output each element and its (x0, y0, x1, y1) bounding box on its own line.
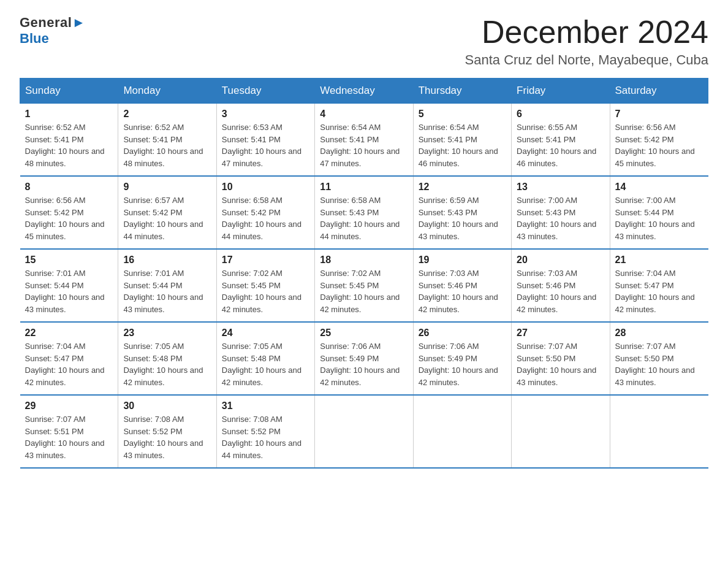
day-info: Sunrise: 6:54 AMSunset: 5:41 PMDaylight:… (320, 121, 408, 169)
calendar-cell: 7Sunrise: 6:56 AMSunset: 5:42 PMDaylight… (610, 104, 708, 177)
day-number: 22 (25, 327, 113, 339)
day-number: 20 (517, 255, 604, 266)
day-info: Sunrise: 6:58 AMSunset: 5:43 PMDaylight:… (320, 194, 408, 242)
calendar-cell (315, 395, 413, 468)
calendar-cell: 2Sunrise: 6:52 AMSunset: 5:41 PMDaylight… (118, 104, 216, 177)
col-sunday: Sunday (20, 79, 118, 104)
day-info: Sunrise: 7:00 AMSunset: 5:43 PMDaylight:… (517, 194, 604, 242)
logo-blue: Blue (20, 31, 49, 47)
day-number: 26 (419, 327, 506, 339)
day-info: Sunrise: 6:52 AMSunset: 5:41 PMDaylight:… (25, 121, 113, 169)
day-number: 17 (222, 255, 309, 266)
day-info: Sunrise: 7:04 AMSunset: 5:47 PMDaylight:… (25, 340, 113, 388)
logo-general: General (20, 15, 72, 30)
day-info: Sunrise: 7:07 AMSunset: 5:50 PMDaylight:… (517, 340, 604, 388)
calendar-cell: 18Sunrise: 7:02 AMSunset: 5:45 PMDayligh… (315, 249, 413, 322)
month-title: December 2024 (465, 15, 708, 50)
calendar-cell: 3Sunrise: 6:53 AMSunset: 5:41 PMDaylight… (216, 104, 314, 177)
calendar-cell: 25Sunrise: 7:06 AMSunset: 5:49 PMDayligh… (315, 322, 413, 395)
calendar-cell: 6Sunrise: 6:55 AMSunset: 5:41 PMDaylight… (512, 104, 610, 177)
day-info: Sunrise: 7:08 AMSunset: 5:52 PMDaylight:… (222, 413, 309, 461)
day-number: 10 (222, 182, 309, 193)
calendar-cell: 14Sunrise: 7:00 AMSunset: 5:44 PMDayligh… (610, 176, 708, 249)
day-number: 15 (25, 255, 113, 266)
calendar-cell: 20Sunrise: 7:03 AMSunset: 5:46 PMDayligh… (512, 249, 610, 322)
calendar-cell: 30Sunrise: 7:08 AMSunset: 5:52 PMDayligh… (118, 395, 216, 468)
day-info: Sunrise: 7:07 AMSunset: 5:51 PMDaylight:… (25, 413, 113, 461)
day-info: Sunrise: 6:59 AMSunset: 5:43 PMDaylight:… (419, 194, 506, 242)
day-info: Sunrise: 6:52 AMSunset: 5:41 PMDaylight:… (123, 121, 211, 169)
page-header: General► Blue December 2024 Santa Cruz d… (20, 15, 708, 68)
calendar-cell: 13Sunrise: 7:00 AMSunset: 5:43 PMDayligh… (512, 176, 610, 249)
day-info: Sunrise: 7:03 AMSunset: 5:46 PMDaylight:… (419, 267, 506, 315)
calendar-cell: 28Sunrise: 7:07 AMSunset: 5:50 PMDayligh… (610, 322, 708, 395)
calendar-cell: 21Sunrise: 7:04 AMSunset: 5:47 PMDayligh… (610, 249, 708, 322)
day-number: 18 (320, 255, 408, 266)
day-info: Sunrise: 6:58 AMSunset: 5:42 PMDaylight:… (222, 194, 309, 242)
day-info: Sunrise: 7:01 AMSunset: 5:44 PMDaylight:… (25, 267, 113, 315)
col-thursday: Thursday (413, 79, 511, 104)
week-row-2: 8Sunrise: 6:56 AMSunset: 5:42 PMDaylight… (20, 176, 708, 249)
calendar-table: Sunday Monday Tuesday Wednesday Thursday… (20, 78, 708, 469)
day-number: 13 (517, 182, 604, 193)
day-number: 4 (320, 109, 408, 120)
calendar-cell: 31Sunrise: 7:08 AMSunset: 5:52 PMDayligh… (216, 395, 314, 468)
day-info: Sunrise: 7:00 AMSunset: 5:44 PMDaylight:… (615, 194, 703, 242)
calendar-cell (413, 395, 511, 468)
day-number: 3 (222, 109, 309, 120)
calendar-cell: 4Sunrise: 6:54 AMSunset: 5:41 PMDaylight… (315, 104, 413, 177)
day-number: 25 (320, 327, 408, 339)
day-info: Sunrise: 6:57 AMSunset: 5:42 PMDaylight:… (123, 194, 211, 242)
calendar-header-row: Sunday Monday Tuesday Wednesday Thursday… (20, 79, 708, 104)
day-number: 12 (419, 182, 506, 193)
day-info: Sunrise: 6:53 AMSunset: 5:41 PMDaylight:… (222, 121, 309, 169)
col-wednesday: Wednesday (315, 79, 413, 104)
calendar-cell: 22Sunrise: 7:04 AMSunset: 5:47 PMDayligh… (20, 322, 118, 395)
col-saturday: Saturday (610, 79, 708, 104)
day-number: 8 (25, 182, 113, 193)
day-number: 11 (320, 182, 408, 193)
week-row-1: 1Sunrise: 6:52 AMSunset: 5:41 PMDaylight… (20, 104, 708, 177)
calendar-cell: 17Sunrise: 7:02 AMSunset: 5:45 PMDayligh… (216, 249, 314, 322)
calendar-cell: 16Sunrise: 7:01 AMSunset: 5:44 PMDayligh… (118, 249, 216, 322)
day-number: 5 (419, 109, 506, 120)
day-number: 6 (517, 109, 604, 120)
calendar-cell: 1Sunrise: 6:52 AMSunset: 5:41 PMDaylight… (20, 104, 118, 177)
col-tuesday: Tuesday (216, 79, 314, 104)
calendar-cell: 11Sunrise: 6:58 AMSunset: 5:43 PMDayligh… (315, 176, 413, 249)
title-section: December 2024 Santa Cruz del Norte, Maya… (465, 15, 708, 68)
calendar-cell: 8Sunrise: 6:56 AMSunset: 5:42 PMDaylight… (20, 176, 118, 249)
week-row-5: 29Sunrise: 7:07 AMSunset: 5:51 PMDayligh… (20, 395, 708, 468)
day-number: 30 (123, 400, 211, 412)
calendar-cell: 26Sunrise: 7:06 AMSunset: 5:49 PMDayligh… (413, 322, 511, 395)
day-info: Sunrise: 7:05 AMSunset: 5:48 PMDaylight:… (123, 340, 211, 388)
calendar-cell (610, 395, 708, 468)
calendar-cell: 10Sunrise: 6:58 AMSunset: 5:42 PMDayligh… (216, 176, 314, 249)
day-info: Sunrise: 7:01 AMSunset: 5:44 PMDaylight:… (123, 267, 211, 315)
day-number: 24 (222, 327, 309, 339)
day-info: Sunrise: 7:07 AMSunset: 5:50 PMDaylight:… (615, 340, 703, 388)
day-info: Sunrise: 7:02 AMSunset: 5:45 PMDaylight:… (320, 267, 408, 315)
calendar-cell: 29Sunrise: 7:07 AMSunset: 5:51 PMDayligh… (20, 395, 118, 468)
day-number: 29 (25, 400, 113, 412)
day-info: Sunrise: 7:02 AMSunset: 5:45 PMDaylight:… (222, 267, 309, 315)
day-info: Sunrise: 7:06 AMSunset: 5:49 PMDaylight:… (320, 340, 408, 388)
day-info: Sunrise: 7:04 AMSunset: 5:47 PMDaylight:… (615, 267, 703, 315)
day-number: 21 (615, 255, 703, 266)
day-info: Sunrise: 6:55 AMSunset: 5:41 PMDaylight:… (517, 121, 604, 169)
day-info: Sunrise: 6:56 AMSunset: 5:42 PMDaylight:… (615, 121, 703, 169)
logo-arrow-shape: ► (72, 15, 85, 30)
calendar-cell: 15Sunrise: 7:01 AMSunset: 5:44 PMDayligh… (20, 249, 118, 322)
calendar-cell: 19Sunrise: 7:03 AMSunset: 5:46 PMDayligh… (413, 249, 511, 322)
day-info: Sunrise: 7:08 AMSunset: 5:52 PMDaylight:… (123, 413, 211, 461)
day-number: 23 (123, 327, 211, 339)
day-number: 27 (517, 327, 604, 339)
logo: General► Blue (20, 15, 86, 47)
day-number: 7 (615, 109, 703, 120)
calendar-cell: 5Sunrise: 6:54 AMSunset: 5:41 PMDaylight… (413, 104, 511, 177)
col-friday: Friday (512, 79, 610, 104)
day-info: Sunrise: 7:05 AMSunset: 5:48 PMDaylight:… (222, 340, 309, 388)
location-title: Santa Cruz del Norte, Mayabeque, Cuba (465, 52, 708, 68)
calendar-cell: 12Sunrise: 6:59 AMSunset: 5:43 PMDayligh… (413, 176, 511, 249)
day-number: 2 (123, 109, 211, 120)
